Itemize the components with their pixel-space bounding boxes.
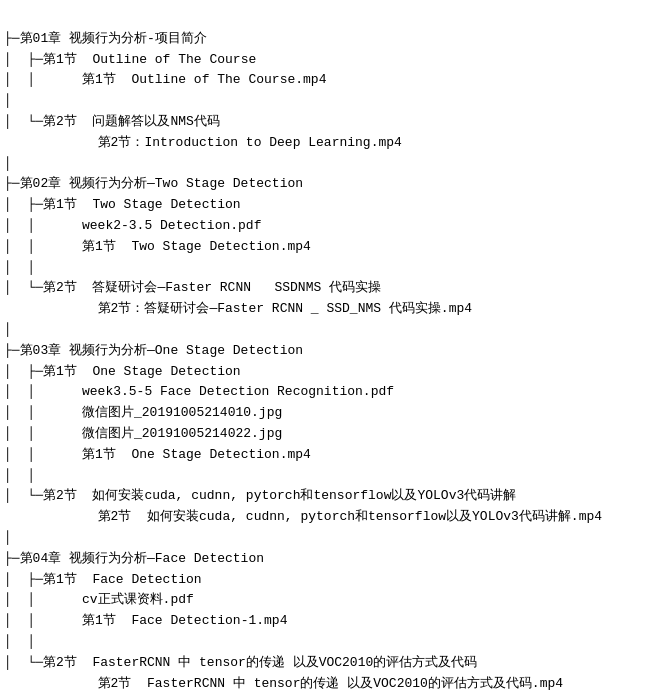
file-item[interactable]: │ │ 微信图片_20191005214010.jpg: [4, 403, 660, 424]
file-item[interactable]: 第2节：Introduction to Deep Learning.mp4: [4, 133, 660, 154]
file-item[interactable]: │ │ week3.5-5 Face Detection Recognition…: [4, 382, 660, 403]
file-item[interactable]: │ │ 第1节 Face Detection-1.mp4: [4, 611, 660, 632]
gap-line: │ │: [4, 632, 660, 653]
chapter-item[interactable]: ├─第04章 视频行为分析—Face Detection: [4, 549, 660, 570]
gap-line: │ │: [4, 258, 660, 279]
gap-line: │ │: [4, 466, 660, 487]
file-item[interactable]: │ │ 微信图片_20191005214022.jpg: [4, 424, 660, 445]
section-item[interactable]: │ └─第2节 问题解答以及NMS代码: [4, 112, 660, 133]
gap-line: │: [4, 528, 660, 549]
file-item[interactable]: │ │ 第1节 One Stage Detection.mp4: [4, 445, 660, 466]
file-item[interactable]: │ │ 第1节 Two Stage Detection.mp4: [4, 237, 660, 258]
chapter-item[interactable]: ├─第01章 视频行为分析-项目简介: [4, 29, 660, 50]
file-tree: ├─第01章 视频行为分析-项目简介│ ├─第1节 Outline of The…: [4, 8, 660, 691]
section-item[interactable]: │ ├─第1节 Two Stage Detection: [4, 195, 660, 216]
gap-line: │: [4, 91, 660, 112]
gap-line: │: [4, 154, 660, 175]
file-item[interactable]: 第2节 FasterRCNN 中 tensor的传递 以及VOC2010的评估方…: [4, 674, 660, 692]
chapter-item[interactable]: ├─第03章 视频行为分析—One Stage Detection: [4, 341, 660, 362]
section-item[interactable]: │ └─第2节 答疑研讨会—Faster RCNN SSDNMS 代码实操: [4, 278, 660, 299]
gap-line: │: [4, 320, 660, 341]
section-item[interactable]: │ ├─第1节 One Stage Detection: [4, 362, 660, 383]
section-item[interactable]: │ └─第2节 如何安装cuda, cudnn, pytorch和tensorf…: [4, 486, 660, 507]
section-item[interactable]: │ ├─第1节 Face Detection: [4, 570, 660, 591]
file-item[interactable]: │ │ cv正式课资料.pdf: [4, 590, 660, 611]
file-item[interactable]: │ │ week2-3.5 Detection.pdf: [4, 216, 660, 237]
section-item[interactable]: │ ├─第1节 Outline of The Course: [4, 50, 660, 71]
file-item[interactable]: 第2节 如何安装cuda, cudnn, pytorch和tensorflow以…: [4, 507, 660, 528]
chapter-item[interactable]: ├─第02章 视频行为分析—Two Stage Detection: [4, 174, 660, 195]
file-item[interactable]: 第2节：答疑研讨会—Faster RCNN _ SSD_NMS 代码实操.mp4: [4, 299, 660, 320]
file-item[interactable]: │ │ 第1节 Outline of The Course.mp4: [4, 70, 660, 91]
section-item[interactable]: │ └─第2节 FasterRCNN 中 tensor的传递 以及VOC2010…: [4, 653, 660, 674]
